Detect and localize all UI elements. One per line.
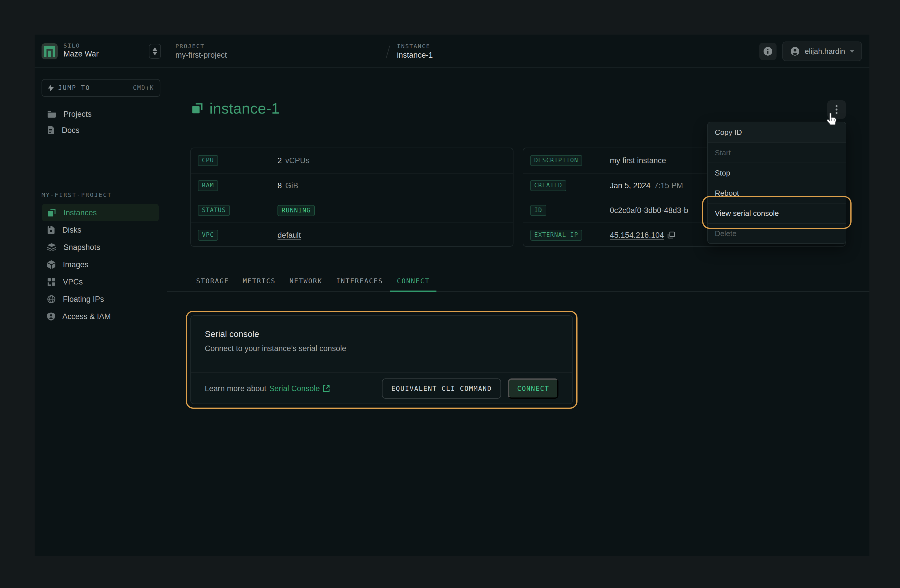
jump-to-shortcut: CMD+K (133, 84, 154, 91)
silo-label: SILO (64, 42, 80, 49)
menu-item-delete: Delete (708, 223, 846, 243)
sidebar-item-instances[interactable]: Instances (42, 204, 159, 221)
info-icon (763, 46, 773, 56)
instance-tabs: STORAGE METRICS NETWORK INTERFACES CONNE… (167, 271, 869, 292)
copy-icon[interactable] (667, 231, 675, 239)
tab-network[interactable]: NETWORK (282, 271, 329, 291)
instance-properties-card-left: CPU 2vCPUs RAM 8GiB STATUS RUNNING VPC d… (190, 148, 514, 247)
equivalent-cli-command-button[interactable]: EQUIVALENT CLI COMMAND (382, 378, 501, 399)
silo-switcher[interactable]: SILO Maze War (35, 35, 167, 68)
avatar-icon (790, 46, 800, 56)
tab-connect[interactable]: CONNECT (390, 271, 437, 291)
instances-icon (192, 103, 203, 114)
instance-actions-menu: Copy ID Start Stop Reboot View serial co… (707, 122, 846, 244)
serial-console-description: Connect to your instance’s serial consol… (205, 344, 559, 353)
instances-icon (47, 208, 56, 217)
chevron-down-icon (850, 50, 854, 53)
breadcrumb-separator (386, 46, 390, 58)
lightning-icon (48, 84, 54, 92)
disk-icon (47, 226, 55, 234)
hand-cursor (826, 111, 838, 126)
external-link-icon (323, 385, 330, 392)
oxide-logo-icon (42, 43, 58, 59)
prop-row-ram: RAM 8GiB (191, 173, 513, 198)
prop-row-cpu: CPU 2vCPUs (191, 148, 513, 173)
vpc-icon (47, 278, 55, 286)
topbar: SILO Maze War PROJECT my-first-project I… (35, 35, 869, 68)
status-badge: RUNNING (278, 205, 315, 216)
user-menu-button[interactable]: elijah.hardin (782, 42, 862, 61)
globe-icon (47, 295, 55, 303)
sidebar-item-disks[interactable]: Disks (42, 221, 159, 239)
external-ip-link[interactable]: 45.154.216.104 (610, 231, 664, 240)
access-icon (47, 313, 55, 320)
menu-item-view-serial-console[interactable]: View serial console (708, 203, 846, 223)
prop-row-status: STATUS RUNNING (191, 198, 513, 223)
sidebar-item-access-iam[interactable]: Access & IAM (42, 308, 159, 325)
sidebar: JUMP TO CMD+K Projects Docs MY-FIRST-PRO… (35, 68, 167, 556)
menu-item-reboot[interactable]: Reboot (708, 183, 846, 203)
user-name: elijah.hardin (805, 47, 845, 56)
vpc-link[interactable]: default (278, 231, 301, 240)
sidebar-section-label: MY-FIRST-PROJECT (42, 191, 112, 198)
menu-item-stop[interactable]: Stop (708, 162, 846, 183)
main-content: instance-1 CPU 2vCPUs RAM 8GiB STATUS RU… (167, 68, 869, 556)
sidebar-item-floating-ips[interactable]: Floating IPs (42, 291, 159, 308)
sidebar-item-images[interactable]: Images (42, 256, 159, 273)
menu-item-copy-id[interactable]: Copy ID (708, 122, 846, 142)
page-title: instance-1 (192, 100, 280, 117)
folder-icon (47, 110, 56, 118)
tab-interfaces[interactable]: INTERFACES (329, 271, 390, 291)
jump-to-button[interactable]: JUMP TO CMD+K (42, 79, 160, 97)
tab-storage[interactable]: STORAGE (189, 271, 236, 291)
sidebar-item-vpcs[interactable]: VPCs (42, 273, 159, 291)
sidebar-item-projects[interactable]: Projects (35, 106, 167, 122)
info-button[interactable] (759, 43, 777, 60)
sidebar-item-snapshots[interactable]: Snapshots (42, 239, 159, 256)
sidebar-item-docs[interactable]: Docs (35, 122, 167, 138)
learn-more-text: Learn more about Serial Console (205, 384, 330, 393)
connect-button[interactable]: CONNECT (508, 378, 559, 399)
console-window: SILO Maze War PROJECT my-first-project I… (35, 35, 869, 556)
snapshots-icon (47, 243, 56, 251)
serial-console-card: Serial console Connect to your instance’… (190, 315, 573, 404)
serial-console-title: Serial console (205, 329, 559, 339)
up-down-picker-icon[interactable] (149, 44, 161, 59)
menu-item-start: Start (708, 142, 846, 162)
image-icon (47, 260, 55, 269)
tab-metrics[interactable]: METRICS (236, 271, 283, 291)
document-icon (47, 126, 54, 134)
silo-name: Maze War (64, 50, 99, 59)
prop-row-vpc: VPC default (191, 223, 513, 247)
serial-console-docs-link[interactable]: Serial Console (269, 384, 330, 393)
desktop: SILO Maze War PROJECT my-first-project I… (0, 0, 900, 588)
